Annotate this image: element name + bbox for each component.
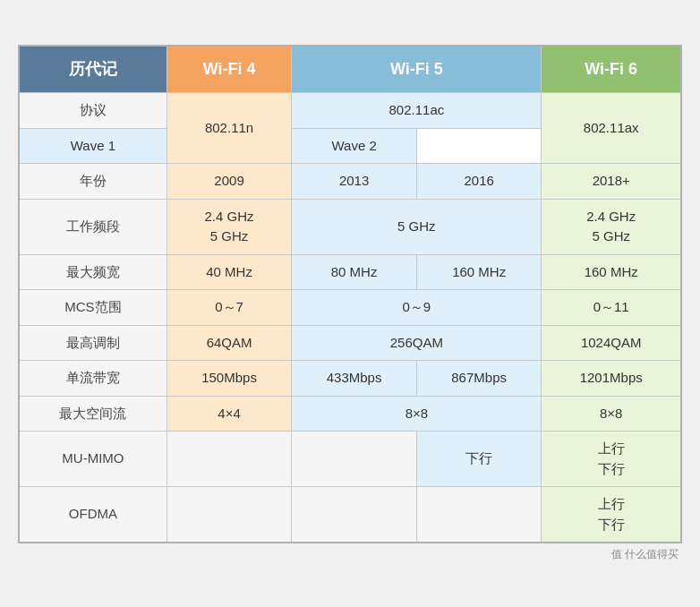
val-wifi5-wave1-mumimo: [292, 432, 417, 487]
val-wifi4-mcs: 0～7: [166, 290, 292, 326]
wifi-comparison-table: 历代记 Wi-Fi 4 Wi-Fi 5 Wi-Fi 6 协议 802.11n 8…: [18, 45, 682, 543]
val-wifi6-stream-bw: 1201Mbps: [542, 361, 681, 397]
label-spatial: 最大空间流: [19, 396, 166, 432]
val-wifi5-spatial: 8×8: [292, 396, 542, 432]
val-wifi5-wave1-bandwidth: 80 MHz: [292, 254, 417, 290]
header-wifi6: Wi-Fi 6: [542, 46, 681, 93]
val-wifi5-wave2-stream-bw: 867Mbps: [416, 361, 542, 397]
page-wrapper: 历代记 Wi-Fi 4 Wi-Fi 5 Wi-Fi 6 协议 802.11n 8…: [0, 27, 700, 580]
val-wifi4-modulation: 64QAM: [166, 325, 292, 361]
val-wifi6-mumimo: 上行下行: [542, 432, 681, 487]
mcs-row: MCS范围 0～7 0～9 0～11: [19, 290, 681, 326]
val-wifi5-wave2-year: 2016: [416, 164, 542, 200]
val-wifi5-wave2-mumimo: 下行: [416, 432, 542, 487]
header-row: 历代记 Wi-Fi 4 Wi-Fi 5 Wi-Fi 6: [19, 46, 681, 93]
val-wifi5-wave1-year: 2013: [292, 164, 417, 200]
val-wifi6-spatial: 8×8: [542, 396, 681, 432]
val-wifi5-wave2-ofdma: [416, 487, 542, 543]
label-freq: 工作频段: [19, 199, 166, 254]
ofdma-row: OFDMA 上行下行: [19, 487, 681, 543]
spatial-row: 最大空间流 4×4 8×8 8×8: [19, 396, 681, 432]
year-row: 年份 2009 2013 2016 2018+: [19, 164, 681, 200]
stream-bw-row: 单流带宽 150Mbps 433Mbps 867Mbps 1201Mbps: [19, 361, 681, 397]
protocol-row: 协议 802.11n 802.11ac 802.11ax: [19, 93, 681, 129]
val-wifi5-modulation: 256QAM: [292, 325, 542, 361]
bandwidth-row: 最大频宽 40 MHz 80 MHz 160 MHz 160 MHz: [19, 254, 681, 290]
val-wifi4-bandwidth: 40 MHz: [166, 254, 292, 290]
val-wifi6-ofdma: 上行下行: [542, 487, 681, 543]
val-wifi5-wave1-ofdma: [292, 487, 417, 543]
label-year: 年份: [19, 164, 166, 200]
val-wifi5-mcs: 0～9: [292, 290, 542, 326]
label-mumimo: MU-MIMO: [19, 432, 166, 487]
val-wifi6-freq: 2.4 GHz5 GHz: [542, 199, 681, 254]
val-wifi5-wave1-stream-bw: 433Mbps: [292, 361, 417, 397]
val-wifi4-freq: 2.4 GHz5 GHz: [166, 199, 292, 254]
val-wifi6-year: 2018+: [542, 164, 681, 200]
val-wifi6-modulation: 1024QAM: [542, 325, 681, 361]
val-wifi5-wave2-bandwidth: 160 MHz: [416, 254, 542, 290]
val-wifi5-freq: 5 GHz: [292, 199, 542, 254]
mumimo-row: MU-MIMO 下行 上行下行: [19, 432, 681, 487]
val-wifi6-protocol: 802.11ax: [542, 93, 681, 164]
label-bandwidth: 最大频宽: [19, 254, 166, 290]
val-wifi5-protocol-top: 802.11ac: [292, 93, 542, 129]
val-wifi4-mumimo: [166, 432, 292, 487]
label-modulation: 最高调制: [19, 325, 166, 361]
val-wave1: Wave 1: [19, 128, 166, 164]
header-label: 历代记: [19, 46, 166, 93]
label-stream-bw: 单流带宽: [19, 361, 166, 397]
val-wifi6-mcs: 0～11: [542, 290, 681, 326]
val-wifi4-spatial: 4×4: [166, 396, 292, 432]
header-wifi5: Wi-Fi 5: [292, 46, 542, 93]
watermark: 值 什么值得买: [18, 547, 682, 562]
val-wifi4-stream-bw: 150Mbps: [166, 361, 292, 397]
val-wifi6-bandwidth: 160 MHz: [542, 254, 681, 290]
modulation-row: 最高调制 64QAM 256QAM 1024QAM: [19, 325, 681, 361]
label-ofdma: OFDMA: [19, 487, 166, 543]
val-wave2: Wave 2: [292, 128, 417, 164]
header-wifi4: Wi-Fi 4: [166, 46, 292, 93]
label-mcs: MCS范围: [19, 290, 166, 326]
val-wifi4-ofdma: [166, 487, 292, 543]
freq-row: 工作频段 2.4 GHz5 GHz 5 GHz 2.4 GHz5 GHz: [19, 199, 681, 254]
val-wifi4-year: 2009: [166, 164, 292, 200]
val-wifi4-protocol: 802.11n: [166, 93, 292, 164]
label-protocol: 协议: [19, 93, 166, 129]
